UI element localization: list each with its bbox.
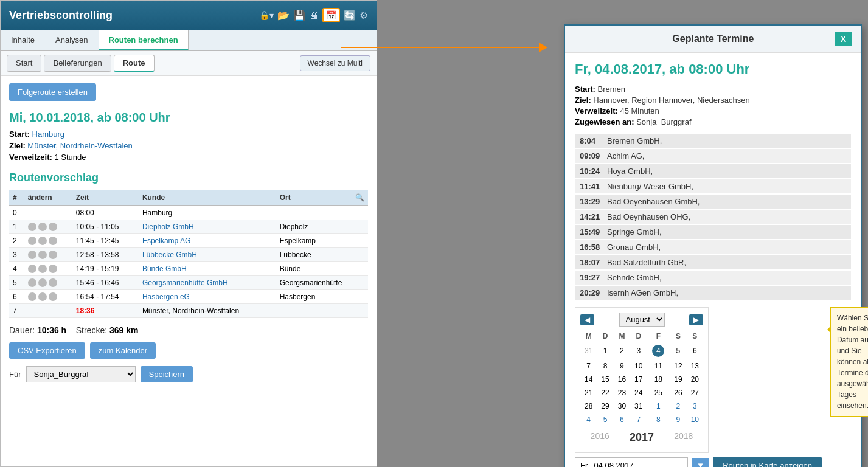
calendar-toolbar-icon[interactable]: 📅 [322, 8, 340, 22]
action-icons [28, 251, 69, 259]
close-button[interactable]: X [835, 32, 852, 46]
kunde-link[interactable]: Espelkamp AG [142, 237, 190, 245]
cal-day[interactable]: 2 [670, 400, 686, 413]
wechsel-zu-multi-button[interactable]: Wechsel zu Multi [300, 55, 370, 71]
folder-icon[interactable]: 📂 [277, 10, 290, 21]
up-icon[interactable] [38, 237, 47, 245]
cal-day[interactable]: 24 [630, 386, 647, 400]
sub-tab-belieferungen[interactable]: Belieferungen [44, 55, 111, 72]
sched-time: 14:21 [580, 212, 607, 221]
cal-day[interactable]: 11 [647, 359, 670, 373]
cal-day[interactable]: 18 [647, 373, 670, 386]
print-icon[interactable]: 🖨 [309, 10, 319, 21]
sub-tab-start[interactable]: Start [7, 55, 41, 72]
cal-day[interactable]: 31 [630, 400, 647, 413]
down-icon[interactable] [49, 292, 57, 301]
cal-day[interactable]: 8 [597, 359, 613, 373]
cal-day[interactable]: 4 [580, 413, 597, 426]
routen-in-karte-button[interactable]: Routen in Karte anzeigen [713, 457, 822, 467]
sync-icon[interactable]: 🔄 [344, 10, 356, 21]
cal-day[interactable]: 27 [687, 386, 703, 400]
cal-day[interactable]: 5 [670, 342, 686, 359]
cal-day[interactable]: 6 [687, 342, 703, 359]
cal-day[interactable]: 3 [630, 342, 647, 359]
date-dropdown-button[interactable]: ▼ [692, 458, 709, 467]
speichern-button[interactable]: Speichern [141, 366, 193, 382]
kunde-link[interactable]: Georgsmarienhütte GmbH [142, 278, 228, 287]
zum-kalender-button[interactable]: zum Kalender [90, 342, 156, 359]
cal-day[interactable]: 10 [687, 413, 703, 426]
cal-day[interactable]: 17 [630, 373, 647, 386]
folgeroute-erstellen-button[interactable]: Folgeroute erstellen [9, 83, 96, 101]
edit-icon[interactable] [28, 278, 36, 287]
edit-icon[interactable] [28, 237, 36, 245]
cal-day[interactable]: 2 [614, 342, 630, 359]
cal-day[interactable]: 16 [614, 373, 630, 386]
up-icon[interactable] [38, 251, 47, 259]
cal-day[interactable]: 28 [580, 400, 597, 413]
calendar-next-button[interactable]: ▶ [689, 314, 703, 325]
cal-day[interactable]: 6 [614, 413, 630, 426]
up-icon[interactable] [38, 223, 47, 231]
cal-day[interactable]: 14 [580, 373, 597, 386]
cell-kunde: Espelkamp AG [139, 234, 276, 248]
action-icons [28, 265, 69, 273]
cal-day[interactable]: 26 [670, 386, 686, 400]
calendar-month-select[interactable]: August [619, 313, 665, 327]
cal-day[interactable]: 4 [647, 342, 670, 359]
cal-day[interactable]: 23 [614, 386, 630, 400]
right-panel-body: Fr, 04.08.2017, ab 08:00 Uhr Start: Brem… [565, 53, 861, 467]
calendar-prev-button[interactable]: ◀ [580, 314, 594, 325]
cal-day[interactable]: 9 [614, 359, 630, 373]
down-icon[interactable] [49, 223, 57, 231]
edit-icon[interactable] [28, 251, 36, 259]
cal-day[interactable]: 8 [647, 413, 670, 426]
kunde-link[interactable]: Hasbergen eG [142, 292, 190, 301]
cal-day[interactable]: 21 [580, 386, 597, 400]
fur-select[interactable]: Sonja_Burggraf [26, 366, 136, 382]
kunde-link[interactable]: Diepholz GmbH [142, 223, 194, 231]
edit-icon[interactable] [28, 223, 36, 231]
cal-day[interactable]: 5 [597, 413, 613, 426]
cal-day[interactable]: 29 [597, 400, 613, 413]
cal-day[interactable]: 20 [687, 373, 703, 386]
down-icon[interactable] [49, 265, 57, 273]
sub-tab-route[interactable]: Route [114, 55, 155, 72]
cal-day[interactable]: 31 [580, 342, 597, 359]
cal-day[interactable]: 15 [597, 373, 613, 386]
cal-day[interactable]: 22 [597, 386, 613, 400]
cal-day[interactable]: 7 [630, 413, 647, 426]
edit-icon[interactable] [28, 292, 36, 301]
cal-day[interactable]: 13 [687, 359, 703, 373]
tab-inhalte[interactable]: Inhalte [1, 30, 45, 50]
cal-day[interactable]: 7 [580, 359, 597, 373]
tab-analysen[interactable]: Analysen [45, 30, 98, 50]
cal-day[interactable]: 30 [614, 400, 630, 413]
kunde-link[interactable]: Lübbecke GmbH [142, 251, 197, 259]
year-item[interactable]: 2018 [674, 431, 693, 444]
cal-day[interactable]: 25 [647, 386, 670, 400]
cal-day[interactable]: 3 [687, 400, 703, 413]
csv-export-button[interactable]: CSV Exportieren [9, 342, 85, 359]
cal-day[interactable]: 1 [597, 342, 613, 359]
save-icon[interactable]: 💾 [293, 10, 305, 21]
cal-day[interactable]: 12 [670, 359, 686, 373]
down-icon[interactable] [49, 237, 57, 245]
up-icon[interactable] [38, 278, 47, 287]
up-icon[interactable] [38, 292, 47, 301]
cal-day[interactable]: 19 [670, 373, 686, 386]
cal-day[interactable]: 1 [647, 400, 670, 413]
table-search-icon[interactable]: 🔍 [355, 193, 364, 202]
kunde-link[interactable]: Bünde GmbH [142, 265, 187, 273]
down-icon[interactable] [49, 251, 57, 259]
tab-routen-berechnen[interactable]: Routen berechnen [99, 30, 189, 50]
up-icon[interactable] [38, 265, 47, 273]
settings-icon[interactable]: ⚙ [359, 10, 368, 21]
year-item[interactable]: 2017 [630, 431, 654, 444]
cal-day[interactable]: 10 [630, 359, 647, 373]
cal-day[interactable]: 9 [670, 413, 686, 426]
edit-icon[interactable] [28, 265, 36, 273]
down-icon[interactable] [49, 278, 57, 287]
year-item[interactable]: 2016 [591, 431, 609, 444]
date-input[interactable] [575, 457, 688, 467]
